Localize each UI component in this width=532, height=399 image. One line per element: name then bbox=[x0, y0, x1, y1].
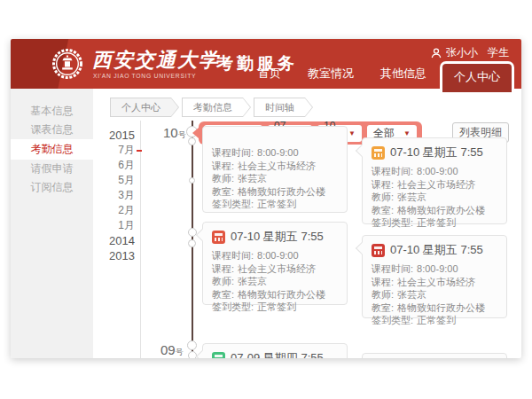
card-field-value: 8:00-9:00 bbox=[257, 147, 298, 158]
rail-divider bbox=[140, 121, 141, 358]
nav-item[interactable]: 其他信息 bbox=[367, 59, 440, 89]
chevron-down-icon: ▼ bbox=[403, 129, 411, 137]
card-field-label: 课程时间: bbox=[212, 147, 254, 158]
card-body: 课程时间:8:00-9:00课程:社会主义市场经济教师:张芸京教室:格物致知行政… bbox=[203, 127, 347, 218]
sidebar-item[interactable]: 请假申请 bbox=[11, 160, 93, 178]
sidebar: 基本信息课表信息考勤信息请假申请订阅信息 bbox=[11, 89, 93, 358]
card-field-label: 课程时间: bbox=[372, 166, 413, 176]
card-body: 课程时间:8:00-9:00课程:社会主义市场经济教师:张芸京教室:格物致知行政… bbox=[363, 260, 506, 334]
card-field-value: 社会主义市场经济 bbox=[238, 263, 316, 274]
timeline-rail-item[interactable]: 5月 bbox=[92, 173, 135, 188]
app-window: 西安交通大学 XI'AN JIAO TONG UNIVERSITY 考勤服务 张… bbox=[11, 39, 521, 358]
card-field: 教室:格物致知行政办公楼 bbox=[212, 288, 338, 301]
timeline-rail-item[interactable]: 2015 bbox=[92, 128, 135, 143]
status-badge-icon bbox=[372, 146, 385, 160]
card-field-value: 张芸京 bbox=[397, 192, 426, 202]
card-date-title: 07-10 星期五 7:55 bbox=[390, 242, 483, 258]
card-field-label: 教室: bbox=[372, 205, 394, 215]
card-field-label: 教室: bbox=[212, 186, 234, 197]
card-field-label: 教师: bbox=[372, 192, 394, 202]
breadcrumb-item[interactable]: 个人中心 bbox=[110, 98, 179, 117]
card-field: 课程时间:8:00-9:00 bbox=[372, 262, 497, 276]
app-header: 西安交通大学 XI'AN JIAO TONG UNIVERSITY 考勤服务 张… bbox=[11, 39, 521, 89]
card-field: 课程时间:8:00-9:00 bbox=[212, 249, 338, 262]
nav-item[interactable]: 首页 bbox=[245, 59, 294, 89]
sidebar-item[interactable]: 订阅信息 bbox=[11, 178, 93, 197]
nav-item[interactable]: 个人中心 bbox=[440, 61, 514, 92]
attendance-card[interactable] bbox=[362, 353, 507, 358]
attendance-card[interactable]: 07-09 星期四 7:55 bbox=[202, 343, 348, 358]
card-field-value: 张芸京 bbox=[397, 289, 426, 300]
card-field-value: 社会主义市场经济 bbox=[238, 160, 316, 171]
card-field: 签到类型:正常签到 bbox=[212, 198, 338, 211]
university-name-cn: 西安交通大学 bbox=[92, 47, 220, 74]
card-field: 课程:社会主义市场经济 bbox=[372, 276, 497, 289]
sidebar-item[interactable]: 考勤信息 bbox=[11, 139, 93, 160]
card-field-label: 课程时间: bbox=[372, 263, 413, 274]
card-field-label: 课程: bbox=[372, 179, 394, 190]
card-field-value: 社会主义市场经济 bbox=[397, 179, 475, 190]
card-field-label: 签到类型: bbox=[212, 301, 254, 312]
page-background: 西安交通大学 XI'AN JIAO TONG UNIVERSITY 考勤服务 张… bbox=[0, 0, 532, 399]
timeline-node bbox=[188, 351, 197, 358]
breadcrumb-item-label: 时间轴 bbox=[254, 98, 312, 116]
status-badge-icon bbox=[212, 231, 225, 244]
timeline-rail-item[interactable]: 1月 bbox=[92, 218, 135, 233]
card-field-label: 教师: bbox=[372, 289, 394, 300]
timeline-rail-item[interactable]: 2014 bbox=[92, 233, 135, 248]
card-field-value: 社会主义市场经济 bbox=[397, 277, 475, 287]
card-header: 07-10 星期五 7:55 bbox=[363, 236, 506, 260]
attendance-card[interactable]: 课程时间:8:00-9:00课程:社会主义市场经济教师:张芸京教室:格物致知行政… bbox=[202, 126, 348, 213]
university-name-en: XI'AN JIAO TONG UNIVERSITY bbox=[93, 73, 196, 79]
attendance-card[interactable]: 07-10 星期五 7:55课程时间:8:00-9:00课程:社会主义市场经济教… bbox=[362, 235, 507, 318]
card-field-label: 课程: bbox=[212, 160, 234, 171]
breadcrumb-item[interactable]: 时间轴 bbox=[254, 98, 313, 117]
card-field-label: 课程时间: bbox=[212, 250, 254, 261]
card-field-value: 8:00-9:00 bbox=[417, 263, 458, 274]
day-label: 10号 bbox=[163, 125, 186, 141]
timeline-rail-item[interactable]: 3月 bbox=[92, 188, 135, 203]
status-badge-icon bbox=[212, 352, 225, 359]
sidebar-item[interactable]: 课表信息 bbox=[11, 121, 93, 139]
timeline-rail-item[interactable]: 2月 bbox=[92, 203, 135, 218]
chevron-down-icon: ▼ bbox=[348, 129, 356, 137]
card-field: 签到类型:正常签到 bbox=[372, 216, 497, 230]
card-header: 07-10 星期五 7:55 bbox=[363, 138, 506, 162]
card-field-label: 课程: bbox=[212, 263, 234, 274]
day-label: 09号 bbox=[160, 342, 184, 358]
card-field-value: 张芸京 bbox=[238, 276, 267, 286]
card-field-value: 格物致知行政办公楼 bbox=[238, 186, 325, 197]
card-field: 课程:社会主义市场经济 bbox=[372, 178, 497, 192]
card-field-label: 教室: bbox=[372, 302, 394, 313]
timeline-month-rail: 20157月6月5月3月2月1月20142013 bbox=[92, 128, 135, 263]
card-field: 课程:社会主义市场经济 bbox=[212, 262, 338, 276]
timeline-rail-item[interactable]: 7月 bbox=[92, 143, 135, 158]
attendance-card[interactable]: 07-10 星期五 7:55课程时间:8:00-9:00课程:社会主义市场经济教… bbox=[362, 137, 507, 224]
university-logo-icon bbox=[51, 48, 83, 80]
timeline-node bbox=[188, 137, 196, 145]
card-header: 07-09 星期四 7:55 bbox=[203, 344, 347, 358]
breadcrumb-item[interactable]: 考勤信息 bbox=[182, 98, 251, 117]
card-field: 教室:格物致知行政办公楼 bbox=[372, 301, 497, 315]
card-field-value: 正常签到 bbox=[257, 199, 296, 209]
card-field-value: 正常签到 bbox=[417, 217, 456, 228]
card-field-label: 签到类型: bbox=[372, 315, 413, 325]
card-field-value: 格物致知行政办公楼 bbox=[397, 302, 485, 313]
card-body: 课程时间:8:00-9:00课程:社会主义市场经济教师:张芸京教室:格物致知行政… bbox=[363, 162, 506, 237]
current-month-tick-icon bbox=[137, 150, 142, 152]
card-field: 教室:格物致知行政办公楼 bbox=[372, 204, 497, 217]
card-field-label: 课程: bbox=[372, 277, 394, 287]
attendance-card[interactable]: 07-10 星期五 7:55课程时间:8:00-9:00课程:社会主义市场经济教… bbox=[202, 222, 348, 305]
nav-item[interactable]: 教室情况 bbox=[294, 59, 367, 89]
sidebar-item[interactable]: 基本信息 bbox=[11, 102, 93, 121]
card-field-value: 正常签到 bbox=[257, 301, 296, 312]
timeline-rail-item[interactable]: 6月 bbox=[92, 158, 135, 173]
card-field: 签到类型:正常签到 bbox=[372, 314, 497, 327]
card-field-label: 教室: bbox=[212, 289, 234, 300]
timeline-node bbox=[188, 239, 196, 247]
card-field-value: 格物致知行政办公楼 bbox=[397, 205, 485, 215]
card-date-title: 07-10 星期五 7:55 bbox=[231, 229, 324, 245]
breadcrumb-item-label: 个人中心 bbox=[111, 98, 178, 116]
timeline-rail-item[interactable]: 2013 bbox=[92, 248, 135, 263]
card-field: 教师:张芸京 bbox=[372, 191, 497, 204]
